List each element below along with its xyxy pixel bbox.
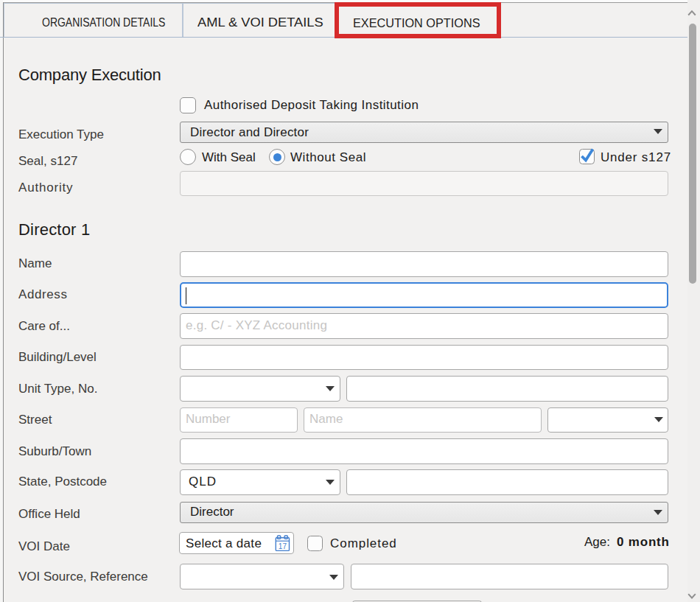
svg-text:17: 17 [278, 542, 287, 550]
